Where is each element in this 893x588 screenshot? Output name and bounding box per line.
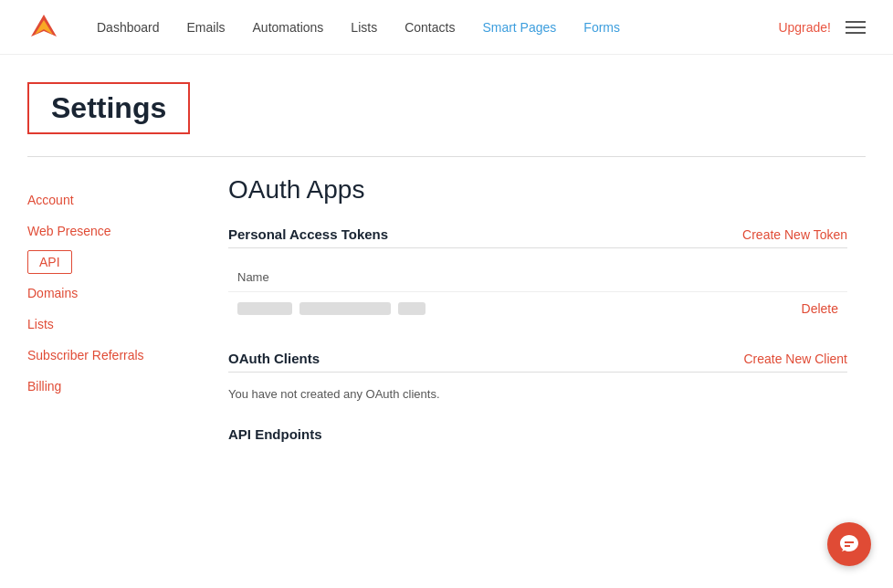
sidebar-item-account[interactable]: Account xyxy=(27,184,192,215)
settings-title-box: Settings xyxy=(27,82,190,134)
name-col-header: Name xyxy=(237,270,269,284)
page-title: Settings xyxy=(51,91,166,125)
sidebar: Account Web Presence API Domains Lists S… xyxy=(27,175,192,479)
token-placeholder xyxy=(237,302,425,315)
upgrade-button[interactable]: Upgrade! xyxy=(778,20,831,35)
nav-dashboard[interactable]: Dashboard xyxy=(97,20,160,35)
nav-contacts[interactable]: Contacts xyxy=(404,20,455,35)
api-endpoints-title: API Endpoints xyxy=(228,426,322,442)
hamburger-menu[interactable] xyxy=(846,21,866,34)
oauth-empty-message: You have not created any OAuth clients. xyxy=(228,387,847,401)
placeholder-block-2 xyxy=(299,302,391,315)
sidebar-item-billing[interactable]: Billing xyxy=(27,371,192,402)
main-content: OAuth Apps Personal Access Tokens Create… xyxy=(192,175,866,479)
sidebar-item-domains[interactable]: Domains xyxy=(27,278,192,309)
create-new-client-link[interactable]: Create New Client xyxy=(743,352,847,366)
logo[interactable] xyxy=(27,11,60,44)
navbar: Dashboard Emails Automations Lists Conta… xyxy=(0,0,893,55)
oauth-clients-title: OAuth Clients xyxy=(228,351,320,366)
clients-divider xyxy=(228,372,847,373)
token-table-header: Name xyxy=(228,263,847,291)
sidebar-item-api[interactable]: API xyxy=(27,250,72,274)
sidebar-item-web-presence[interactable]: Web Presence xyxy=(27,215,192,247)
page-wrapper: Settings Account Web Presence API Domain… xyxy=(0,55,893,479)
layout: Account Web Presence API Domains Lists S… xyxy=(27,175,866,479)
sidebar-item-lists[interactable]: Lists xyxy=(27,309,192,340)
nav-forms[interactable]: Forms xyxy=(583,20,620,35)
section-heading: OAuth Apps xyxy=(228,175,847,205)
tokens-divider xyxy=(228,247,847,248)
token-table: Name Delete xyxy=(228,263,847,325)
nav-automations[interactable]: Automations xyxy=(253,20,324,35)
placeholder-block-1 xyxy=(237,302,292,315)
nav-emails[interactable]: Emails xyxy=(187,20,226,35)
token-row: Delete xyxy=(228,291,847,325)
personal-tokens-title: Personal Access Tokens xyxy=(228,226,388,242)
delete-token-link[interactable]: Delete xyxy=(802,301,838,316)
oauth-clients-header: OAuth Clients Create New Client xyxy=(228,351,847,366)
nav-lists[interactable]: Lists xyxy=(351,20,377,35)
navbar-links: Dashboard Emails Automations Lists Conta… xyxy=(97,20,778,35)
nav-smart-pages[interactable]: Smart Pages xyxy=(482,20,556,35)
top-divider xyxy=(27,156,866,157)
create-new-token-link[interactable]: Create New Token xyxy=(742,227,847,242)
personal-tokens-header: Personal Access Tokens Create New Token xyxy=(228,226,847,242)
sidebar-item-subscriber-referrals[interactable]: Subscriber Referrals xyxy=(27,340,192,371)
api-endpoints-section: API Endpoints xyxy=(228,426,847,443)
chat-button[interactable] xyxy=(827,522,871,566)
placeholder-block-3 xyxy=(398,302,425,315)
